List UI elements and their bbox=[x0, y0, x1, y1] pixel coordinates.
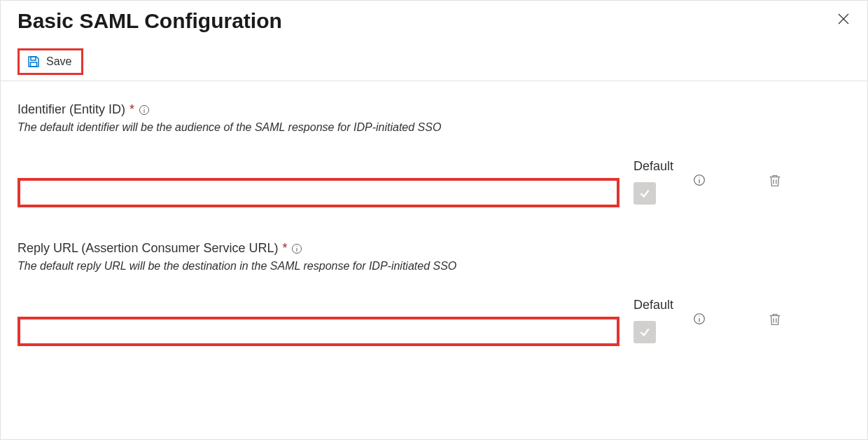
identifier-default-header: Default bbox=[634, 159, 673, 174]
svg-rect-2 bbox=[31, 57, 36, 60]
reply-url-delete-button[interactable] bbox=[767, 312, 783, 327]
save-button-label: Save bbox=[46, 55, 71, 68]
trash-icon bbox=[767, 173, 783, 188]
required-mark: * bbox=[282, 241, 287, 256]
reply-url-description: The default reply URL will be the destin… bbox=[18, 260, 850, 273]
identifier-input[interactable] bbox=[18, 178, 620, 207]
reply-url-default-checkbox[interactable] bbox=[634, 321, 656, 343]
reply-url-default-header: Default bbox=[634, 298, 673, 312]
close-button[interactable] bbox=[834, 9, 853, 32]
identifier-section: Identifier (Entity ID) * The default ide… bbox=[18, 102, 850, 207]
reply-url-section: Reply URL (Assertion Consumer Service UR… bbox=[18, 241, 850, 346]
required-mark: * bbox=[130, 102, 134, 117]
identifier-description: The default identifier will be the audie… bbox=[18, 121, 850, 134]
identifier-default-checkbox[interactable] bbox=[634, 182, 656, 205]
reply-url-label: Reply URL (Assertion Consumer Service UR… bbox=[18, 241, 278, 256]
identifier-info-icon[interactable] bbox=[139, 104, 150, 116]
reply-url-input[interactable] bbox=[18, 317, 620, 346]
trash-icon bbox=[767, 312, 783, 327]
reply-url-info-icon[interactable] bbox=[291, 243, 302, 254]
save-button[interactable]: Save bbox=[18, 48, 83, 75]
checkmark-icon bbox=[638, 326, 651, 338]
identifier-label: Identifier (Entity ID) bbox=[18, 102, 125, 117]
save-icon bbox=[27, 55, 41, 69]
identifier-delete-button[interactable] bbox=[767, 173, 783, 188]
close-icon bbox=[838, 13, 849, 25]
svg-point-6 bbox=[144, 106, 144, 107]
identifier-row-info-icon[interactable] bbox=[693, 174, 706, 186]
svg-point-9 bbox=[699, 177, 699, 177]
svg-point-17 bbox=[699, 315, 699, 316]
svg-rect-3 bbox=[31, 62, 37, 67]
checkmark-icon bbox=[638, 187, 651, 200]
svg-point-14 bbox=[297, 245, 298, 246]
reply-url-row-info-icon[interactable] bbox=[693, 312, 706, 325]
page-title: Basic SAML Configuration bbox=[18, 9, 282, 33]
